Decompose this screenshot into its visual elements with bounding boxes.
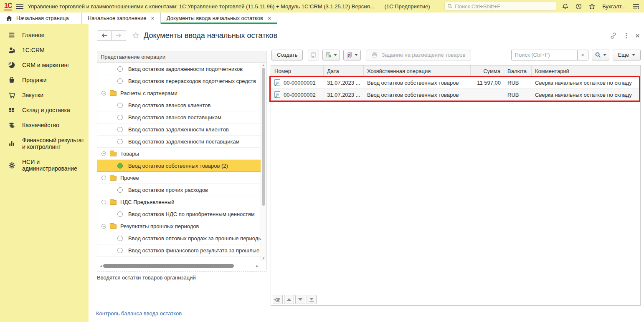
more-button[interactable]: Еще xyxy=(613,50,641,60)
tab-close-icon[interactable]: × xyxy=(268,15,271,21)
close-form-button[interactable]: × xyxy=(635,32,640,40)
tree-item-selected[interactable]: Ввод остатков собственных товаров (2) xyxy=(97,160,261,172)
notifications-button[interactable] xyxy=(560,2,570,11)
column-header[interactable]: Сумма xyxy=(471,65,504,76)
grid-icon xyxy=(8,106,16,114)
scroll-right-icon[interactable]: ► xyxy=(277,297,281,302)
create-button[interactable]: Создать xyxy=(271,50,303,60)
splitter[interactable] xyxy=(97,271,267,272)
column-header[interactable]: Дата xyxy=(324,65,364,76)
scroll-left-icon[interactable]: ◄ xyxy=(99,264,103,268)
folder-icon xyxy=(110,176,117,181)
clear-search-button[interactable]: × xyxy=(577,50,588,60)
sidebar-item-main[interactable]: Главное xyxy=(0,28,89,43)
table-row[interactable]: ✔ 00-00000002 31.07.2023 ... Ввод остатк… xyxy=(271,89,640,101)
print-button[interactable] xyxy=(343,50,361,60)
back-button[interactable] xyxy=(97,30,112,41)
sidebar-item-financial-result[interactable]: Финансовый результат и контроллинг xyxy=(0,133,89,154)
tree-horizontal-scrollbar[interactable]: ◄ ► xyxy=(99,263,259,269)
go-to-bottom-button[interactable] xyxy=(307,295,317,304)
copy-button[interactable] xyxy=(308,50,319,60)
tree-item[interactable]: Ввод остатков оптовых продаж за прошлые … xyxy=(97,232,261,244)
sidebar-item-label: 1С:CRM xyxy=(22,47,84,53)
tab-opening-balances[interactable]: Документы ввода начальных остатков × xyxy=(161,13,277,24)
tree-folder[interactable]: Прочее xyxy=(97,172,261,184)
scrollbar-thumb[interactable] xyxy=(103,264,234,268)
tree-item[interactable]: Ввод остатков перерасходов подотчетных с… xyxy=(97,75,261,87)
scroll-up-icon[interactable]: ▲ xyxy=(261,63,266,67)
tree-folder[interactable]: НДС Предъявленный xyxy=(97,196,261,208)
tree-folder[interactable]: Расчеты с партнерами xyxy=(97,87,261,99)
sidebar-item-sales[interactable]: Продажи xyxy=(0,73,89,88)
go-up-button[interactable] xyxy=(284,295,294,304)
table-row[interactable]: ✔ 00-00000001 31.07.2023 ... Ввод остатк… xyxy=(271,77,640,89)
collapse-icon[interactable] xyxy=(101,200,106,204)
tab-home[interactable]: Начальная страница xyxy=(0,13,82,24)
star-icon xyxy=(588,3,596,10)
tab-close-icon[interactable]: × xyxy=(151,15,155,21)
tree-item[interactable]: Ввод остатков задолженности подотчетнико… xyxy=(97,63,261,75)
person-lock-icon xyxy=(8,46,16,54)
create-based-on-button[interactable] xyxy=(322,50,340,60)
forward-button[interactable] xyxy=(112,30,126,41)
collapse-icon[interactable] xyxy=(101,91,106,96)
history-button[interactable] xyxy=(574,2,583,11)
tab-initial-filling[interactable]: Начальное заполнение × xyxy=(82,13,161,24)
bottom-arrow-icon xyxy=(309,298,314,300)
column-header[interactable]: Хозяйственная операция xyxy=(364,65,471,76)
sidebar-item-warehouse[interactable]: Склад и доставка xyxy=(0,103,89,118)
settings-button[interactable] xyxy=(631,2,641,11)
favorite-star-icon[interactable] xyxy=(132,32,139,39)
collapse-icon[interactable] xyxy=(101,176,106,180)
sidebar-item-purchases[interactable]: Закупки xyxy=(0,88,89,103)
form-header: Документы ввода начальных остатков × xyxy=(97,29,640,42)
column-header[interactable]: Номер xyxy=(271,65,324,76)
sidebar-item-master-data-admin[interactable]: НСИ и администрирование xyxy=(0,154,89,176)
main-menu-icon[interactable] xyxy=(16,4,23,9)
tree-item[interactable]: Ввод остатков авансов клиентов xyxy=(97,99,261,111)
column-header[interactable]: Комментарий xyxy=(532,65,640,76)
column-header[interactable]: Валюта xyxy=(504,65,532,76)
more-menu-icon[interactable] xyxy=(625,32,628,39)
tree-item[interactable]: Ввод остатков задолженности клиентов xyxy=(97,123,261,136)
sidebar-item-treasury[interactable]: Казначейство xyxy=(0,118,89,133)
tree-vertical-scrollbar[interactable]: ▲ ▼ xyxy=(261,63,266,261)
collapse-icon[interactable] xyxy=(101,151,106,156)
current-user[interactable]: Бухгалт... xyxy=(602,3,626,10)
tabbar: Начальная страница Начальное заполнение … xyxy=(0,13,644,24)
list-search-input[interactable] xyxy=(511,50,577,60)
tree-folder[interactable]: Результаты прошлых периодов xyxy=(97,220,261,232)
global-search-input[interactable] xyxy=(455,3,553,10)
global-search[interactable] xyxy=(444,2,556,11)
tree-item[interactable]: Ввод остатков авансов поставщикам xyxy=(97,111,261,123)
tree-item[interactable]: Ввод остатков прочих расходов xyxy=(97,184,261,196)
tree-folder[interactable]: Товары xyxy=(97,148,261,160)
balance-control-link[interactable]: Контроль баланса ввода остатков xyxy=(96,310,182,317)
favorites-button[interactable] xyxy=(587,2,596,11)
tab-home-label: Начальная страница xyxy=(16,15,69,21)
scrollbar-thumb[interactable] xyxy=(262,68,265,206)
placement-task-button[interactable]: Задание на размещение товаров xyxy=(366,50,471,60)
copy-document-icon xyxy=(310,52,317,58)
table-horizontal-scrollbar[interactable]: ◄ ► xyxy=(273,297,281,302)
radio-icon xyxy=(117,139,123,144)
tree-rows: Ввод остатков задолженности подотчетнико… xyxy=(97,63,261,261)
sidebar-item-crm-marketing[interactable]: CRM и маркетинг xyxy=(0,58,89,73)
go-down-button[interactable] xyxy=(295,295,305,304)
dropdown-caret-icon xyxy=(632,54,635,56)
search-settings-button[interactable] xyxy=(592,50,609,60)
tree-item[interactable]: Ввод остатков финансового результата за … xyxy=(97,244,261,257)
sidebar-item-1c-crm[interactable]: 1С:CRM xyxy=(0,43,89,58)
list-toolbar: Создать Задание на размещ xyxy=(271,49,641,60)
sidebar-item-label: Финансовый результат и контроллинг xyxy=(22,137,84,150)
scroll-right-icon[interactable]: ► xyxy=(255,264,259,268)
window-title-suffix: (1С:Предприятие) xyxy=(385,3,430,10)
get-link-button[interactable] xyxy=(609,32,617,39)
scroll-down-icon[interactable]: ▼ xyxy=(261,257,266,260)
tree-item[interactable]: Ввод остатков НДС по приобретенным ценно… xyxy=(97,208,261,220)
scroll-left-icon[interactable]: ◄ xyxy=(273,297,277,302)
search-magnifier-icon xyxy=(595,52,601,58)
document-posted-icon: ✔ xyxy=(274,91,281,98)
collapse-icon[interactable] xyxy=(101,224,106,229)
tree-item[interactable]: Ввод остатков задолженности поставщикам xyxy=(97,136,261,148)
